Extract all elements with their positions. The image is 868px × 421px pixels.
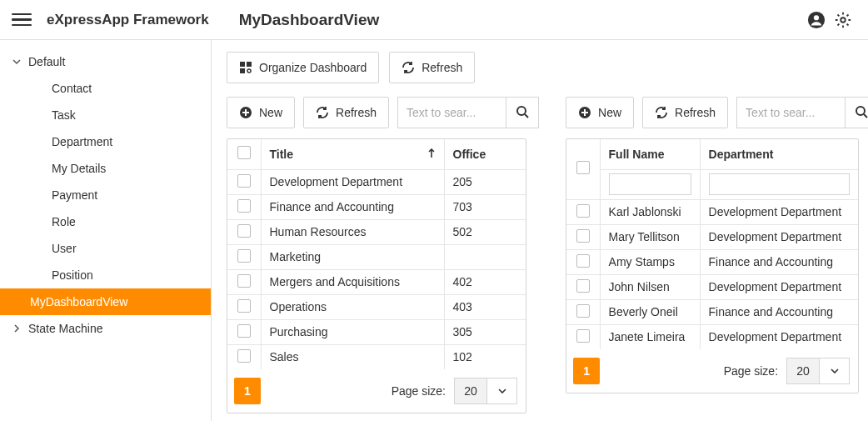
page-size-value: 20 [454, 378, 487, 404]
select-all-checkbox[interactable] [576, 161, 590, 174]
svg-rect-5 [240, 68, 245, 73]
filter-input-department[interactable] [709, 173, 851, 195]
row-checkbox[interactable] [237, 174, 251, 188]
table-row[interactable]: Beverly OneilFinance and Accounting [566, 299, 858, 324]
table-row[interactable]: Janete LimeiraDevelopment Department [566, 324, 858, 349]
table-row[interactable]: Development Department205 [227, 169, 526, 194]
row-checkbox[interactable] [576, 304, 590, 318]
hamburger-menu-icon[interactable] [12, 10, 32, 30]
cell-title: Marketing [261, 244, 444, 269]
table-row[interactable]: Mergers and Acquisitions402 [227, 269, 526, 294]
row-checkbox[interactable] [576, 229, 590, 243]
filter-input-fullname[interactable] [609, 173, 691, 195]
table-row[interactable]: Human Resources502 [227, 219, 526, 244]
table-row[interactable]: John NilsenDevelopment Department [566, 274, 858, 299]
table-row[interactable]: Amy StampsFinance and Accounting [566, 249, 858, 274]
grid-pager: 1 Page size: 20 [566, 349, 858, 393]
column-header-department[interactable]: Department [700, 139, 858, 169]
cell-title: Purchasing [261, 319, 444, 344]
page-size-dropdown[interactable] [487, 378, 517, 404]
row-checkbox[interactable] [237, 249, 251, 263]
app-header: eXpressApp Framework MyDashboardView [0, 0, 868, 40]
table-row[interactable]: Marketing [227, 244, 526, 269]
panel-refresh-button[interactable]: Refresh [642, 97, 728, 128]
current-page[interactable]: 1 [573, 358, 600, 384]
current-page[interactable]: 1 [234, 378, 261, 404]
dashboard-panel-departments: New Refresh [227, 97, 539, 413]
button-label: Refresh [422, 61, 462, 74]
nav-item-label: Role [52, 215, 76, 228]
search-input[interactable] [736, 97, 845, 128]
button-label: Refresh [675, 106, 716, 119]
cell-fullname: John Nilsen [600, 274, 700, 299]
departments-grid: Title Office Development Department205Fi… [227, 138, 526, 413]
dashboard-panel-contacts: New Refresh [566, 97, 868, 393]
row-checkbox[interactable] [576, 254, 590, 268]
gear-icon[interactable] [830, 7, 856, 33]
table-row[interactable]: Sales102 [227, 344, 526, 369]
cell-fullname: Beverly Oneil [600, 299, 700, 324]
search-input[interactable] [397, 97, 506, 128]
row-checkbox[interactable] [576, 279, 590, 293]
row-checkbox[interactable] [237, 349, 251, 363]
svg-point-2 [841, 18, 846, 23]
row-checkbox[interactable] [237, 274, 251, 288]
button-label: Refresh [336, 106, 377, 119]
nav-item-mydashboardview[interactable]: MyDashboardView [0, 288, 211, 315]
nav-item-role[interactable]: Role [0, 208, 211, 235]
table-row[interactable]: Operations403 [227, 294, 526, 319]
nav-group-default[interactable]: Default [0, 48, 211, 75]
organize-dashboard-button[interactable]: Organize Dashboard [227, 52, 379, 83]
row-checkbox[interactable] [576, 204, 590, 218]
table-row[interactable]: Finance and Accounting703 [227, 194, 526, 219]
nav-item-label: Position [52, 268, 93, 282]
nav-group-statemachine[interactable]: State Machine [0, 315, 211, 342]
refresh-button[interactable]: Refresh [389, 52, 475, 83]
row-checkbox[interactable] [237, 299, 251, 313]
nav-item-position[interactable]: Position [0, 262, 211, 288]
row-checkbox[interactable] [576, 329, 590, 343]
cell-office: 403 [444, 294, 526, 319]
table-row[interactable]: Purchasing305 [227, 319, 526, 344]
nav-item-payment[interactable]: Payment [0, 182, 211, 208]
nav-group-label: Default [28, 55, 65, 68]
column-header-fullname[interactable]: Full Name [600, 139, 700, 169]
dashboard-toolbar: Organize Dashboard Refresh [227, 52, 853, 83]
nav-item-label: User [52, 242, 77, 255]
column-header-office[interactable]: Office [444, 139, 526, 169]
nav-item-mydetails[interactable]: My Details [0, 155, 211, 182]
search-button[interactable] [845, 97, 868, 128]
table-row[interactable]: Karl JablonskiDevelopment Department [566, 199, 858, 224]
nav-item-task[interactable]: Task [0, 102, 211, 128]
nav-item-contact[interactable]: Contact [0, 75, 211, 102]
nav-group-label: State Machine [28, 322, 103, 335]
column-label: Department [709, 148, 774, 161]
row-checkbox[interactable] [237, 199, 251, 213]
app-title: eXpressApp Framework [47, 12, 209, 28]
table-row[interactable]: Mary TellitsonDevelopment Department [566, 224, 858, 249]
nav-item-label: Task [52, 108, 76, 122]
column-header-title[interactable]: Title [261, 139, 444, 169]
search-button[interactable] [506, 97, 539, 128]
main-content: Organize Dashboard Refresh New [212, 40, 868, 421]
account-icon[interactable] [803, 7, 830, 33]
select-all-checkbox[interactable] [237, 146, 251, 159]
new-button[interactable]: New [227, 97, 295, 128]
svg-rect-3 [240, 62, 245, 67]
cell-office: 102 [444, 344, 526, 369]
navigation-tree: Default Contact Task Department My Detai… [0, 40, 212, 421]
cell-office: 305 [444, 319, 526, 344]
chevron-down-icon [10, 58, 23, 66]
column-label: Full Name [609, 148, 665, 161]
nav-item-label: Contact [52, 82, 92, 95]
row-checkbox[interactable] [237, 324, 251, 338]
svg-point-1 [814, 15, 819, 20]
refresh-icon [402, 61, 415, 74]
nav-item-user[interactable]: User [0, 235, 211, 262]
nav-item-department[interactable]: Department [0, 128, 211, 155]
panel-refresh-button[interactable]: Refresh [303, 97, 389, 128]
new-button[interactable]: New [566, 97, 634, 128]
row-checkbox[interactable] [237, 224, 251, 238]
cell-title: Development Department [261, 169, 444, 194]
page-size-dropdown[interactable] [820, 358, 850, 384]
